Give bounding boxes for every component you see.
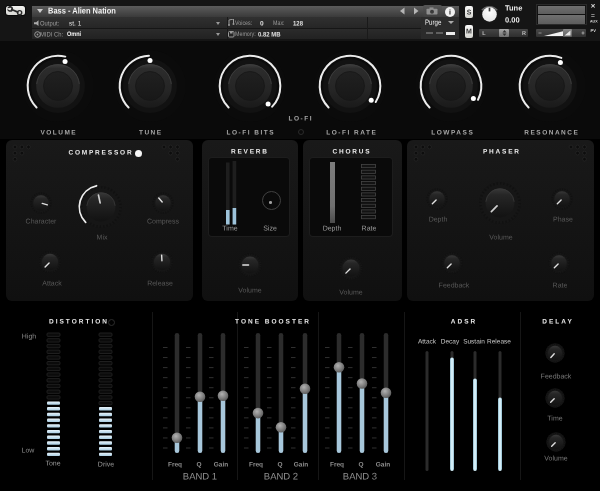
svg-text:DELAY: DELAY	[542, 318, 573, 325]
svg-text:DISTORTION: DISTORTION	[49, 318, 109, 325]
svg-text:MIDI Ch:: MIDI Ch:	[39, 30, 62, 37]
svg-text:Release: Release	[487, 337, 511, 344]
svg-text:Memory:: Memory:	[234, 30, 255, 37]
svg-text:Character: Character	[25, 217, 56, 224]
svg-text:S: S	[466, 8, 471, 15]
svg-text:Attack: Attack	[42, 279, 62, 286]
svg-text:+: +	[581, 30, 585, 36]
svg-text:Low: Low	[21, 447, 35, 454]
svg-text:BAND 3: BAND 3	[342, 471, 376, 482]
svg-text:Volume: Volume	[489, 233, 512, 240]
svg-text:RESONANCE: RESONANCE	[524, 128, 579, 135]
svg-text:PV: PV	[591, 27, 597, 32]
svg-text:Rate: Rate	[553, 281, 568, 288]
svg-text:AUX: AUX	[590, 19, 598, 23]
svg-text:LO-FI: LO-FI	[289, 114, 313, 121]
svg-text:0.82 MB: 0.82 MB	[257, 30, 280, 37]
svg-text:PHASER: PHASER	[482, 147, 520, 154]
svg-text:Feedback: Feedback	[541, 372, 572, 379]
svg-text:TONE BOOSTER: TONE BOOSTER	[235, 318, 311, 325]
svg-text:Omni: Omni	[66, 30, 80, 36]
svg-text:Phase: Phase	[553, 215, 573, 222]
svg-text:COMPRESSOR: COMPRESSOR	[68, 149, 133, 156]
svg-text:CHORUS: CHORUS	[332, 147, 371, 154]
svg-text:Depth: Depth	[429, 215, 448, 223]
svg-text:High: High	[21, 333, 36, 341]
svg-text:Volume: Volume	[544, 454, 567, 461]
svg-text:Time: Time	[547, 415, 562, 422]
svg-text:Mix: Mix	[96, 233, 107, 240]
